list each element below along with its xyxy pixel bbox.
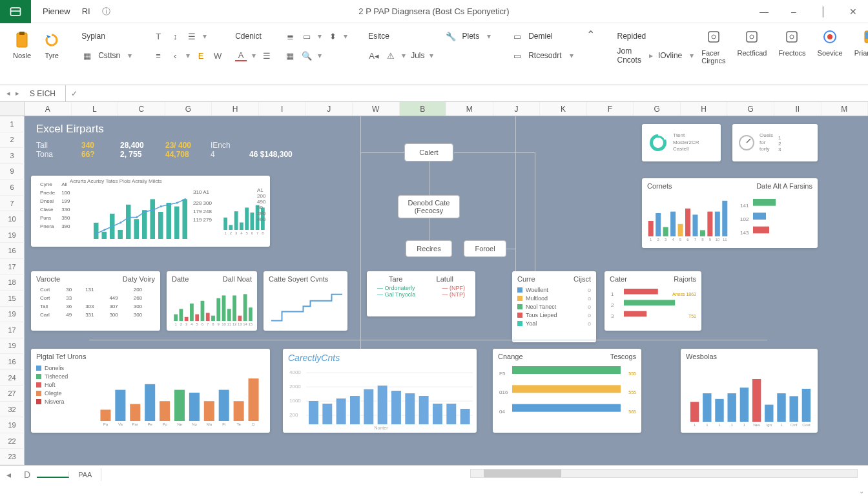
flow-foroel[interactable]: Foroel (464, 240, 506, 257)
column-header[interactable]: W (353, 102, 400, 116)
tab-active[interactable] (37, 471, 69, 478)
ribbon-recesodrt[interactable]: ▭ Rtcesodrt▾ (512, 48, 573, 63)
minimize2-button[interactable]: – (779, 0, 809, 23)
column-header[interactable]: C (118, 102, 165, 116)
ribbon-font[interactable]: Tyre (43, 28, 61, 59)
back-icon[interactable]: ◂ (6, 89, 10, 98)
align-center-icon[interactable]: ≣ (284, 30, 296, 42)
column-header[interactable]: K (540, 102, 587, 116)
column-header[interactable]: H (212, 102, 259, 116)
svg-text:Ma: Ma (207, 422, 212, 426)
row-header[interactable]: 1 (0, 116, 25, 132)
row-header[interactable]: 24 (0, 370, 25, 386)
table-icon[interactable]: ▦ (284, 50, 296, 61)
ribbon-paste[interactable]: Nosle (13, 28, 31, 59)
row-header[interactable]: 10 (0, 211, 25, 227)
row-header[interactable]: 7 (0, 196, 25, 212)
font-a-icon[interactable]: A (235, 50, 247, 61)
ribbon-priarices[interactable]: Priarices (854, 28, 868, 65)
ribbon-sypian[interactable]: Sypian (81, 28, 105, 44)
row-header[interactable]: 3 (0, 148, 25, 164)
row-header[interactable]: 22 (0, 433, 25, 450)
row-header[interactable]: 2 (0, 132, 25, 149)
e-icon[interactable]: E (195, 50, 207, 61)
ribbon-jom[interactable]: Jom Cncots (617, 46, 641, 65)
column-header[interactable]: J (305, 102, 353, 116)
row-header[interactable]: 27 (0, 386, 25, 402)
list-icon[interactable]: ☰ (261, 50, 273, 61)
ribbon-soevice[interactable]: Soevice (818, 28, 843, 65)
row-header[interactable]: 18 (0, 274, 25, 291)
text-icon[interactable]: T (152, 30, 164, 42)
tab-home[interactable]: D (17, 470, 37, 480)
ribbon-iovine[interactable]: IOvline (658, 51, 682, 60)
row-header[interactable]: 17 (0, 322, 25, 338)
qat-item[interactable]: Pienew (43, 6, 70, 16)
svg-rect-21 (94, 223, 99, 239)
column-header[interactable]: M (446, 102, 493, 116)
merge-icon[interactable]: ▭ (301, 30, 313, 42)
column-header[interactable]: H (681, 102, 728, 116)
maximize-button[interactable]: │ (809, 0, 838, 23)
fx-check-icon[interactable]: ✓ (66, 89, 83, 98)
sort-icon[interactable]: ⬍ (327, 30, 338, 42)
column-header[interactable]: F (587, 102, 634, 116)
ribbon-juls[interactable]: Juls (411, 51, 424, 60)
column-header[interactable]: L (72, 102, 119, 116)
tab-prev-icon[interactable]: ◂ (0, 470, 17, 480)
qat-item[interactable]: RI (82, 6, 90, 16)
align-icon[interactable]: ↕ (169, 30, 181, 42)
row-header[interactable]: 23 (0, 449, 25, 465)
help-icon[interactable]: ⓘ (102, 6, 110, 17)
w-icon[interactable]: W (212, 50, 223, 61)
chevron-left-icon[interactable]: ‹ (169, 50, 181, 61)
horizontal-scrollbar[interactable] (470, 469, 858, 478)
column-header[interactable]: A (25, 102, 72, 116)
row-header[interactable]: 6 (0, 180, 25, 196)
column-header[interactable]: II (774, 102, 822, 116)
minimize-button[interactable]: — (749, 0, 779, 23)
column-header[interactable]: G (727, 102, 774, 116)
column-header[interactable]: G (634, 102, 681, 116)
column-header[interactable]: G (165, 102, 212, 116)
row-header[interactable]: 9 (0, 164, 25, 180)
row-header[interactable]: 16 (0, 243, 25, 259)
close-button[interactable]: ✕ (838, 0, 868, 23)
indent-icon[interactable]: ☰ (186, 30, 198, 42)
row-header[interactable]: 19 (0, 338, 25, 355)
row-header[interactable]: 19 (0, 417, 25, 433)
row-header[interactable]: 19 (0, 227, 25, 243)
row-header[interactable]: 16 (0, 354, 25, 370)
warn-icon[interactable]: ⚠ (385, 50, 397, 61)
row-header[interactable]: 32 (0, 402, 25, 418)
ribbon-plots[interactable]: 🔧 Plets▾ (445, 28, 491, 44)
ribbon-collapse-icon[interactable]: ⌄ (859, 488, 864, 495)
font-icon[interactable]: A◂ (368, 50, 380, 61)
flow-denobd[interactable]: Denobd Cate (Fecocsy (398, 195, 460, 218)
ribbon-ecitce[interactable]: Esitce (368, 28, 389, 44)
ribbon-cdenct[interactable]: Cdenict (235, 28, 262, 44)
flow-calert[interactable]: Calert (404, 143, 453, 161)
align-left-icon[interactable]: ≡ (152, 50, 164, 61)
forward-icon[interactable]: ▸ (16, 89, 19, 98)
ribbon-custom[interactable]: ▦ Csttsn▾ (81, 48, 132, 63)
column-header[interactable]: B (400, 102, 447, 116)
ribbon-demel[interactable]: ▭ Demiel (512, 28, 552, 44)
flow-recires[interactable]: Recires (406, 240, 452, 257)
ribbon-facer cirgncs[interactable]: Facer Cirgncs (701, 28, 725, 65)
chevron-up-icon[interactable]: ⌃ (585, 28, 597, 40)
search-icon[interactable]: 🔍 (301, 50, 313, 61)
row-header[interactable]: 15 (0, 291, 25, 307)
column-header[interactable]: I (259, 102, 306, 116)
name-box[interactable]: S EICH (26, 85, 66, 101)
row-header[interactable]: 17 (0, 259, 25, 275)
row-header[interactable]: 19 (0, 307, 25, 323)
select-all-corner[interactable] (0, 102, 25, 116)
ribbon-rectficad[interactable]: Rectficad (738, 28, 767, 65)
tab-paa[interactable]: PAA (69, 468, 101, 481)
column-header[interactable]: M (822, 102, 868, 116)
ribbon-repided[interactable]: Repided (617, 28, 646, 44)
column-header[interactable]: J (493, 102, 541, 116)
app-menu-button[interactable] (0, 0, 31, 23)
ribbon-frectocs[interactable]: Frectocs (778, 28, 805, 65)
